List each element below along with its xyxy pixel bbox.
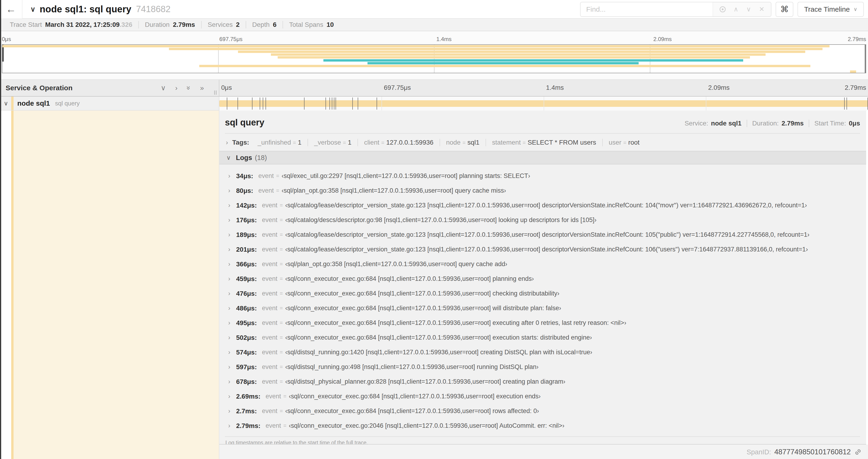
chevron-right-icon: › bbox=[228, 378, 236, 385]
trace-title-group[interactable]: ∨ node sql1: sql query 7418682 bbox=[30, 4, 170, 14]
log-field-value: ‹sql/distsql_physical_planner.go:828 [ns… bbox=[285, 378, 565, 385]
log-marker[interactable] bbox=[304, 97, 305, 110]
chevron-right-icon: › bbox=[228, 334, 236, 341]
log-entry-row[interactable]: ›80μs:event=‹sql/plan_opt.go:358 [nsql1,… bbox=[219, 183, 866, 198]
log-entry-row[interactable]: ›502μs:event=‹sql/conn_executor_exec.go:… bbox=[219, 330, 866, 345]
log-field-key: event bbox=[262, 231, 277, 238]
equals-sign: = bbox=[283, 393, 286, 399]
chevron-right-icon: › bbox=[228, 422, 236, 429]
log-field-value: ‹sql/exec_util.go:2297 [nsql1,client=127… bbox=[282, 172, 530, 179]
log-entry-row[interactable]: ›597μs:event=‹sql/distsql_running.go:498… bbox=[219, 360, 866, 374]
log-field-key: event bbox=[258, 187, 274, 194]
log-marker[interactable] bbox=[334, 97, 334, 110]
log-entry-row[interactable]: ›34μs:event=‹sql/exec_util.go:2297 [nsql… bbox=[219, 169, 866, 183]
tag-key: _verbose bbox=[314, 139, 341, 146]
ruler-tick-label: 2.79ms bbox=[845, 84, 866, 91]
span-row[interactable]: ∨ node sql1 sql query bbox=[0, 97, 868, 110]
span-name-cell[interactable]: ∨ node sql1 sql query bbox=[0, 97, 219, 110]
minimap-right-scrubber[interactable] bbox=[865, 45, 866, 73]
equals-sign: = bbox=[280, 364, 283, 370]
chevron-right-icon: › bbox=[228, 246, 236, 253]
equals-sign: = bbox=[280, 408, 283, 414]
log-marker[interactable] bbox=[336, 97, 336, 110]
summary-item: Trace StartMarch 31 2022, 17:25:09.326 bbox=[4, 21, 138, 28]
log-entry-row[interactable]: ›201μs:event=‹sql/catalog/lease/descript… bbox=[219, 242, 866, 257]
log-marker[interactable] bbox=[260, 97, 260, 110]
minimap-tick-label: 0μs bbox=[2, 36, 11, 42]
expand-one-icon[interactable]: › bbox=[175, 85, 178, 91]
command-key-icon: ⌘ bbox=[780, 4, 789, 14]
log-marker[interactable] bbox=[252, 97, 252, 110]
minimap-canvas[interactable] bbox=[2, 44, 866, 73]
next-match-icon[interactable]: ∨ bbox=[746, 6, 751, 12]
tag-value: 1 bbox=[298, 139, 302, 146]
log-timestamp: 366μs: bbox=[236, 261, 257, 268]
log-entry-row[interactable]: ›476μs:event=‹sql/conn_executor_exec.go:… bbox=[219, 286, 866, 301]
log-marker[interactable] bbox=[844, 97, 845, 110]
log-marker[interactable] bbox=[352, 97, 353, 110]
ruler-tick-label: 2.09ms bbox=[708, 84, 730, 91]
log-entry-row[interactable]: ›366μs:event=‹sql/plan_opt.go:358 [nsql1… bbox=[219, 257, 866, 271]
log-entry-row[interactable]: ›574μs:event=‹sql/distsql_running.go:142… bbox=[219, 345, 866, 360]
column-resizer-handle[interactable] bbox=[214, 91, 217, 95]
tag-item: client=127.0.0.1:59936 bbox=[358, 139, 439, 146]
log-marker[interactable] bbox=[238, 97, 238, 110]
log-field-value: ‹sql/conn_executor_exec.go:684 [nsql1,cl… bbox=[285, 334, 592, 341]
collapse-all-icon[interactable]: » bbox=[185, 86, 192, 90]
log-marker[interactable] bbox=[266, 97, 266, 110]
log-marker[interactable] bbox=[377, 97, 377, 110]
minimap-span-bar bbox=[238, 51, 805, 53]
logs-accordion-header[interactable]: ∨ Logs (18) bbox=[219, 151, 866, 164]
previous-match-icon[interactable]: ∧ bbox=[734, 6, 739, 12]
log-marker[interactable] bbox=[332, 97, 332, 110]
tags-accordion[interactable]: › Tags: _unfinished=1_verbose=1client=12… bbox=[219, 134, 866, 151]
locate-match-icon[interactable] bbox=[720, 6, 726, 12]
tag-key: client bbox=[364, 139, 379, 146]
content-area: sql query Service:node sql1Duration:2.79… bbox=[0, 110, 868, 459]
minimap-span-bar bbox=[2, 45, 830, 47]
span-id-label: SpanID: bbox=[747, 448, 771, 456]
log-entry-row[interactable]: ›486μs:event=‹sql/conn_executor_exec.go:… bbox=[219, 301, 866, 316]
log-entry-row[interactable]: ›459μs:event=‹sql/conn_executor_exec.go:… bbox=[219, 271, 866, 286]
log-marker[interactable] bbox=[326, 97, 326, 110]
collapse-one-icon[interactable]: ∨ bbox=[161, 85, 166, 91]
chevron-right-icon: › bbox=[226, 139, 228, 146]
log-field-key: event bbox=[266, 422, 281, 429]
logs-footer-note: Log timestamps are relative to the start… bbox=[225, 436, 860, 445]
log-entry-row[interactable]: ›678μs:event=‹sql/distsql_physical_plann… bbox=[219, 374, 866, 389]
collapse-controls: ∨ › » » bbox=[161, 80, 204, 96]
minimap-tick-labels: 0μs697.75μs1.4ms2.09ms2.79ms bbox=[0, 31, 868, 44]
log-entry-row[interactable]: ›495μs:event=‹sql/conn_executor_exec.go:… bbox=[219, 316, 866, 330]
clear-search-icon[interactable]: ✕ bbox=[759, 6, 765, 12]
minimap-tick-label: 2.09ms bbox=[653, 36, 672, 42]
trace-view-selector[interactable]: Trace Timeline ∨ bbox=[798, 2, 864, 17]
minimap-span-bar bbox=[169, 48, 823, 50]
find-input[interactable] bbox=[581, 2, 713, 16]
log-marker[interactable] bbox=[227, 97, 227, 110]
keyboard-shortcuts-button[interactable]: ⌘ bbox=[776, 2, 793, 17]
trace-minimap: 0μs697.75μs1.4ms2.09ms2.79ms bbox=[0, 31, 868, 79]
chevron-down-icon[interactable]: ∨ bbox=[4, 100, 11, 107]
timeline-guide-line bbox=[544, 97, 544, 110]
summary-label: Trace Start bbox=[10, 21, 42, 28]
log-timestamp: 486μs: bbox=[236, 305, 257, 312]
log-entry-row[interactable]: ›2.69ms:event=‹sql/conn_executor_exec.go… bbox=[219, 389, 866, 404]
log-entry-row[interactable]: ›189μs:event=‹sql/catalog/lease/descript… bbox=[219, 227, 866, 242]
log-marker[interactable] bbox=[846, 97, 847, 110]
log-entry-row[interactable]: ›176μs:event=‹sql/catalog/descs/descript… bbox=[219, 213, 866, 227]
service-operation-header: Service & Operation ∨ › » » bbox=[0, 80, 219, 97]
log-field-key: event bbox=[262, 363, 277, 371]
log-marker[interactable] bbox=[330, 97, 330, 110]
equals-sign: = bbox=[293, 140, 296, 146]
log-marker[interactable] bbox=[358, 97, 358, 110]
log-entry-row[interactable]: ›2.79ms:event=‹sql/conn_executor_exec.go… bbox=[219, 418, 866, 433]
log-entry-row[interactable]: ›2.7ms:event=‹sql/conn_executor_exec.go:… bbox=[219, 404, 866, 418]
back-button[interactable]: ← bbox=[0, 0, 22, 19]
log-field-key: event bbox=[262, 290, 277, 297]
log-entry-row[interactable]: ›142μs:event=‹sql/catalog/lease/descript… bbox=[219, 198, 866, 213]
expand-all-icon[interactable]: » bbox=[200, 85, 204, 91]
span-bar-cell[interactable] bbox=[219, 97, 868, 110]
copy-link-icon[interactable] bbox=[854, 448, 862, 456]
log-marker[interactable] bbox=[263, 97, 263, 110]
log-field-key: event bbox=[262, 217, 277, 224]
